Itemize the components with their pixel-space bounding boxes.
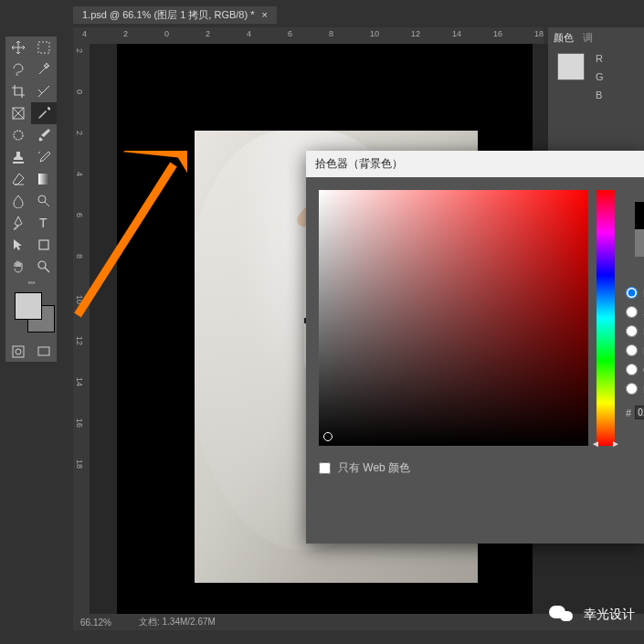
- toolbox: T •••: [5, 37, 57, 362]
- channel-r-label: R: [596, 53, 604, 64]
- horizontal-ruler: 4 2 0 2 4 6 8 10 12 14 16 18: [73, 27, 544, 44]
- ruler-tick: 2: [75, 48, 84, 53]
- current-color-label: 当前: [626, 260, 644, 274]
- tab-label: 1.psd @ 66.1% (图层 1 拷贝, RGB/8) *: [82, 8, 254, 22]
- ruler-tick: 14: [452, 29, 461, 38]
- wechat-icon: [549, 604, 576, 626]
- svg-point-7: [38, 261, 46, 269]
- hex-input[interactable]: [635, 406, 644, 419]
- color-panel: 颜色 调 R G B: [548, 27, 644, 164]
- eraser-tool[interactable]: [5, 168, 31, 190]
- pen-tool[interactable]: [5, 212, 31, 234]
- ruler-tick: 16: [75, 418, 84, 428]
- ruler-tick: 0: [75, 90, 84, 94]
- quick-mask-tool[interactable]: [5, 342, 31, 362]
- zoom-level[interactable]: 66.12%: [80, 618, 111, 628]
- b-radio[interactable]: [626, 325, 638, 337]
- lasso-tool[interactable]: [5, 58, 31, 80]
- saturation-field[interactable]: [319, 190, 588, 446]
- toolbox-more[interactable]: •••: [5, 278, 57, 287]
- move-tool[interactable]: [5, 37, 31, 58]
- ruler-tick: 8: [75, 254, 84, 259]
- history-brush-tool[interactable]: [31, 146, 57, 168]
- current-color-swatch[interactable]: [635, 229, 644, 257]
- svg-rect-10: [38, 347, 49, 355]
- new-color-label: 新的: [626, 185, 644, 198]
- color-cursor: [323, 432, 333, 441]
- color-picker-dialog: 拾色器（背景色） ◄► 新的 当前 H: S: B: R: G: B: # 只有…: [306, 151, 644, 544]
- type-tool[interactable]: T: [31, 212, 57, 234]
- gradient-tool[interactable]: [31, 168, 57, 190]
- channel-b-label: B: [596, 90, 604, 100]
- watermark-text: 幸光设计: [584, 607, 635, 623]
- hue-slider[interactable]: [596, 190, 615, 446]
- ruler-tick: 6: [288, 29, 292, 38]
- ruler-tick: 14: [75, 377, 84, 386]
- ruler-tick: 4: [247, 29, 251, 38]
- new-color-swatch: [635, 202, 644, 229]
- ruler-tick: 10: [75, 295, 84, 304]
- ruler-tick: 8: [329, 29, 333, 38]
- ruler-tick: 4: [82, 29, 87, 38]
- foreground-color-swatch[interactable]: [15, 292, 42, 320]
- marquee-tool[interactable]: [31, 37, 57, 58]
- hand-tool[interactable]: [5, 256, 31, 278]
- document-tab[interactable]: 1.psd @ 66.1% (图层 1 拷贝, RGB/8) * ×: [73, 6, 277, 24]
- watermark: 幸光设计: [549, 604, 635, 626]
- ruler-tick: 6: [75, 213, 84, 217]
- frame-tool[interactable]: [5, 102, 31, 124]
- close-tab-icon[interactable]: ×: [261, 9, 267, 20]
- color-tab[interactable]: 颜色: [554, 31, 574, 45]
- h-radio[interactable]: [626, 287, 638, 299]
- color-swatches[interactable]: [5, 290, 57, 336]
- magic-wand-tool[interactable]: [31, 58, 57, 80]
- panel-color-swatch[interactable]: [557, 53, 585, 80]
- svg-rect-3: [38, 174, 49, 185]
- vertical-ruler: 2 0 2 4 6 8 10 12 14 16 18: [73, 44, 90, 626]
- web-colors-checkbox[interactable]: [319, 462, 331, 474]
- svg-text:T: T: [39, 216, 48, 230]
- ruler-tick: 4: [75, 172, 84, 176]
- zoom-tool[interactable]: [31, 256, 57, 278]
- svg-rect-0: [38, 42, 49, 53]
- svg-point-9: [16, 349, 21, 354]
- web-colors-label: 只有 Web 颜色: [338, 460, 410, 476]
- b2-radio[interactable]: [626, 383, 638, 395]
- ruler-tick: 16: [493, 29, 502, 38]
- g-radio[interactable]: [626, 364, 638, 375]
- path-select-tool[interactable]: [5, 234, 31, 256]
- doc-size: 文档: 1.34M/2.67M: [139, 616, 216, 628]
- screen-mode-tool[interactable]: [31, 342, 57, 362]
- ruler-tick: 12: [411, 29, 420, 38]
- r-radio[interactable]: [626, 344, 638, 356]
- dialog-title: 拾色器（背景色）: [315, 157, 403, 170]
- blur-tool[interactable]: [5, 190, 31, 212]
- brush-tool[interactable]: [31, 124, 57, 146]
- svg-point-4: [38, 195, 46, 203]
- ruler-tick: 0: [164, 29, 169, 38]
- ruler-tick: 18: [75, 459, 84, 469]
- channel-g-label: G: [596, 71, 604, 82]
- svg-point-2: [14, 131, 23, 140]
- eyedropper-tool[interactable]: [31, 102, 57, 124]
- stamp-tool[interactable]: [5, 146, 31, 168]
- ruler-tick: 2: [123, 29, 128, 38]
- ruler-tick: 2: [75, 131, 84, 135]
- dialog-title-bar[interactable]: 拾色器（背景色）: [306, 151, 644, 177]
- crop-tool[interactable]: [5, 80, 31, 102]
- ruler-tick: 10: [370, 29, 379, 38]
- svg-rect-8: [13, 346, 24, 357]
- slice-tool[interactable]: [31, 80, 57, 102]
- ruler-tick: 18: [534, 29, 544, 38]
- dodge-tool[interactable]: [31, 190, 57, 212]
- ruler-tick: 2: [206, 29, 210, 38]
- s-radio[interactable]: [626, 306, 638, 318]
- adjust-tab[interactable]: 调: [583, 31, 593, 45]
- hex-label: #: [626, 407, 631, 418]
- shape-tool[interactable]: [31, 234, 57, 256]
- healing-tool[interactable]: [5, 124, 31, 146]
- ruler-tick: 12: [75, 336, 84, 345]
- svg-rect-6: [39, 240, 48, 249]
